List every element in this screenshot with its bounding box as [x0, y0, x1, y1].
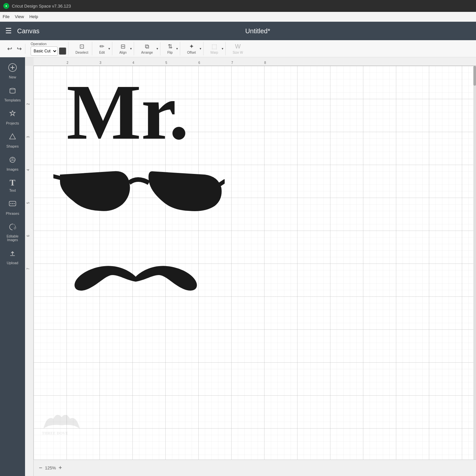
align-dropdown[interactable]: ▾ — [130, 47, 132, 50]
menu-help[interactable]: Help — [29, 14, 38, 19]
svg-text:2: 2 — [67, 61, 69, 65]
align-group: ⊟ Align ▾ — [116, 42, 134, 55]
sidebar-templates-label: Templates — [4, 98, 21, 102]
svg-point-7 — [11, 203, 12, 204]
sidebar-item-templates[interactable]: Templates — [1, 83, 24, 105]
sidebar-text-label: Text — [9, 188, 16, 192]
zoom-minus-button[interactable]: − — [39, 464, 42, 471]
flip-dropdown[interactable]: ▾ — [176, 47, 178, 50]
sidebar-item-text[interactable]: T Text — [1, 175, 24, 196]
canvas-label: Canvas — [17, 27, 40, 35]
edit-button[interactable]: ✏ Edit — [98, 42, 106, 55]
sidebar-images-label: Images — [7, 167, 18, 171]
svg-point-8 — [12, 203, 13, 204]
svg-text:5: 5 — [165, 61, 167, 65]
hamburger-icon[interactable]: ☰ — [5, 27, 12, 35]
projects-icon — [8, 109, 17, 120]
redo-button[interactable]: ↪ — [15, 44, 23, 54]
warp-dropdown[interactable]: ▾ — [222, 47, 223, 50]
sidebar-item-upload[interactable]: Upload — [1, 246, 24, 268]
operation-dropdown[interactable]: Basic Cut Draw Score Engrave — [31, 46, 58, 56]
sidebar-projects-label: Projects — [6, 121, 19, 125]
text-icon: T — [10, 179, 15, 187]
offset-label: Offset — [187, 51, 196, 54]
offset-button[interactable]: ✦ Offset — [185, 42, 198, 55]
new-icon — [8, 63, 17, 74]
svg-point-9 — [14, 203, 15, 204]
align-label: Align — [119, 51, 126, 54]
flip-label: Flip — [167, 51, 173, 54]
flip-button[interactable]: ⇅ Flip — [166, 42, 174, 55]
arrange-button[interactable]: ⧉ Arrange — [139, 42, 154, 55]
sidebar-item-phrases[interactable]: Phrases — [1, 196, 24, 219]
flip-group: ⇅ Flip ▾ — [164, 42, 180, 55]
menu-view[interactable]: View — [15, 14, 24, 19]
arrange-label: Arrange — [141, 51, 153, 54]
align-chevron-icon: ▾ — [130, 47, 132, 50]
deselect-button[interactable]: ⊡ Deselect — [74, 42, 90, 55]
document-title[interactable]: Untitled* — [245, 27, 270, 35]
menubar: File View Help — [0, 12, 476, 22]
svg-text:6: 6 — [198, 61, 200, 65]
svg-text:6: 6 — [26, 235, 30, 237]
sidebar-item-new[interactable]: New — [1, 60, 24, 82]
offset-dropdown[interactable]: ▾ — [200, 47, 201, 50]
ruler-top: 2 3 4 5 6 7 8 — [34, 57, 476, 66]
deselect-group: ⊡ Deselect — [72, 42, 92, 55]
svg-text:5: 5 — [26, 202, 30, 204]
warp-label: Warp — [210, 51, 218, 54]
edit-icon: ✏ — [99, 43, 104, 50]
deselect-label: Deselect — [75, 51, 88, 54]
operation-label: Operation — [31, 42, 46, 46]
svg-text:3: 3 — [99, 61, 101, 65]
svg-text:7: 7 — [26, 268, 30, 270]
svg-text:4: 4 — [132, 61, 134, 65]
size-button[interactable]: W Size W — [231, 42, 245, 55]
svg-text:4: 4 — [26, 169, 30, 171]
bottom-bar: − 125% + — [34, 460, 476, 476]
align-button[interactable]: ⊟ Align — [118, 42, 128, 55]
app-logo: ● — [3, 3, 9, 9]
phrases-icon — [8, 200, 17, 210]
size-icon: W — [235, 43, 240, 50]
size-group: W Size W — [229, 42, 247, 55]
sidebar-item-projects[interactable]: Projects — [1, 106, 24, 128]
svg-point-5 — [12, 158, 14, 160]
edit-dropdown[interactable]: ▾ — [108, 47, 110, 50]
app-header: ☰ Canvas Untitled* — [0, 22, 476, 40]
sidebar-shapes-label: Shapes — [6, 144, 18, 148]
zoom-level: 125% — [45, 465, 56, 470]
undo-button[interactable]: ↩ — [6, 44, 14, 54]
app-title: Cricut Design Space v7.36.123 — [12, 4, 71, 9]
ruler-left: 2 3 4 5 6 7 — [25, 66, 34, 476]
sidebar-item-editable-images[interactable]: Editable Images — [1, 219, 24, 245]
svg-text:7: 7 — [231, 61, 233, 65]
arrange-chevron-icon: ▾ — [156, 47, 158, 50]
color-swatch[interactable] — [59, 47, 66, 55]
warp-button[interactable]: ⬚ Warp — [209, 42, 220, 55]
scrollbar-thumb[interactable] — [473, 66, 476, 86]
shapes-icon — [8, 132, 17, 143]
warp-icon: ⬚ — [211, 43, 217, 50]
main-area: New Templates Projects — [0, 57, 476, 476]
canvas-area[interactable]: 2 3 4 5 6 7 8 2 3 4 5 6 7 — [25, 57, 476, 476]
scrollbar-vertical[interactable] — [473, 66, 476, 460]
edit-group: ✏ Edit ▾ — [96, 42, 112, 55]
sidebar-item-images[interactable]: Images — [1, 152, 24, 175]
sidebar-item-shapes[interactable]: Shapes — [1, 129, 24, 152]
templates-icon — [8, 86, 17, 97]
undo-redo-group: ↩ ↪ — [4, 44, 25, 54]
arrange-icon: ⧉ — [145, 43, 149, 50]
svg-marker-3 — [10, 134, 15, 139]
flip-chevron-icon: ▾ — [176, 47, 178, 50]
titlebar: ● Cricut Design Space v7.36.123 — [0, 0, 476, 12]
toolbar: ↩ ↪ Operation Basic Cut Draw Score Engra… — [0, 40, 476, 57]
menu-file[interactable]: File — [3, 14, 10, 19]
zoom-plus-button[interactable]: + — [59, 464, 62, 471]
arrange-dropdown[interactable]: ▾ — [156, 47, 158, 50]
images-icon — [8, 155, 17, 166]
offset-group: ✦ Offset ▾ — [183, 42, 204, 55]
offset-chevron-icon: ▾ — [200, 47, 201, 50]
flip-icon: ⇅ — [168, 43, 173, 50]
sidebar-upload-label: Upload — [7, 261, 18, 265]
